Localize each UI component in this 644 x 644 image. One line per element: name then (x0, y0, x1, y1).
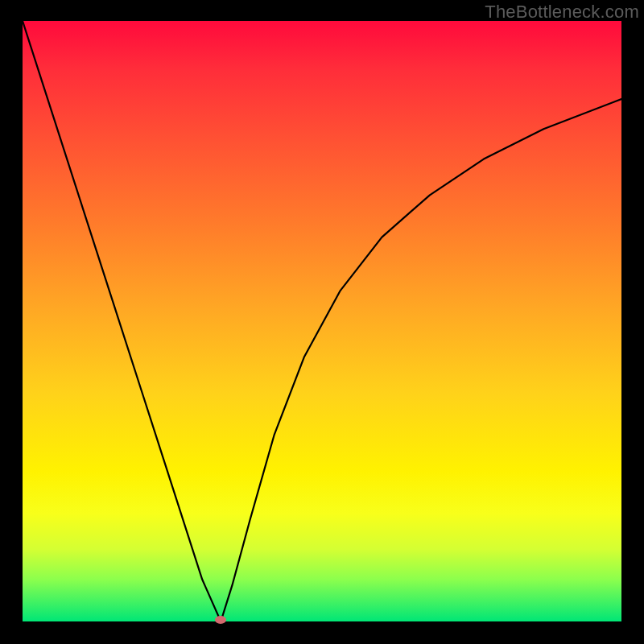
plot-area (23, 21, 621, 621)
chart-frame: TheBottleneck.com (0, 0, 644, 644)
watermark-text: TheBottleneck.com (485, 2, 639, 23)
